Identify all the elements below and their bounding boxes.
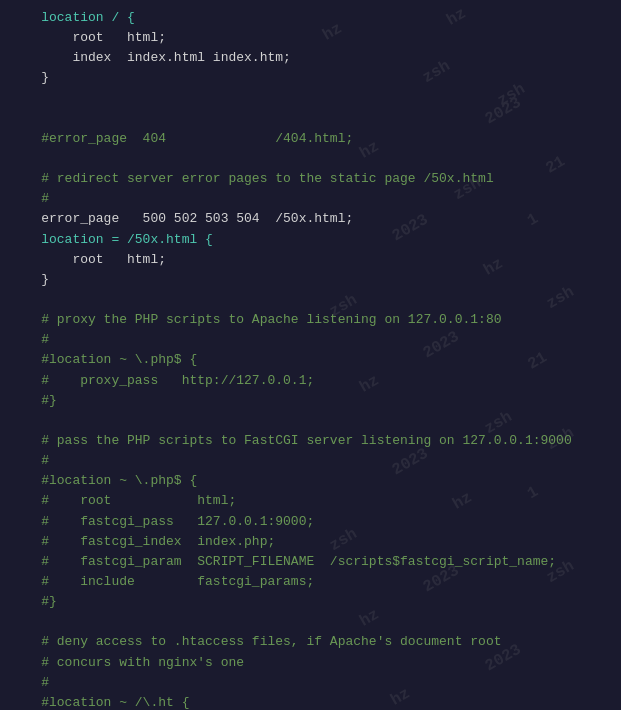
code-line: index index.html index.htm;: [10, 48, 611, 68]
code-line: location / {: [10, 8, 611, 28]
code-line: #location ~ \.php$ {: [10, 471, 611, 491]
code-line: [10, 89, 611, 109]
code-line: #location ~ \.php$ {: [10, 350, 611, 370]
code-line: }: [10, 270, 611, 290]
code-line: # deny access to .htaccess files, if Apa…: [10, 632, 611, 652]
code-line: # concurs with nginx's one: [10, 653, 611, 673]
code-line: [10, 109, 611, 129]
code-line: location = /50x.html {: [10, 230, 611, 250]
code-line: [10, 290, 611, 310]
code-line: #}: [10, 391, 611, 411]
code-line: # fastcgi_pass 127.0.0.1:9000;: [10, 512, 611, 532]
code-line: [10, 411, 611, 431]
code-line: [10, 149, 611, 169]
code-line: #: [10, 330, 611, 350]
code-line: # redirect server error pages to the sta…: [10, 169, 611, 189]
code-viewer: hzhzzsh2023hzzsh2023hzzsh2023hzzsh2023hz…: [0, 0, 621, 710]
code-line: [10, 612, 611, 632]
code-line: root html;: [10, 250, 611, 270]
code-line: # fastcgi_param SCRIPT_FILENAME /scripts…: [10, 552, 611, 572]
code-block: location / { root html; index index.html…: [10, 8, 611, 710]
code-line: #location ~ /\.ht {: [10, 693, 611, 710]
code-line: #: [10, 451, 611, 471]
code-line: # proxy_pass http://127.0.0.1;: [10, 371, 611, 391]
code-line: }: [10, 68, 611, 88]
code-line: root html;: [10, 28, 611, 48]
code-line: # pass the PHP scripts to FastCGI server…: [10, 431, 611, 451]
code-line: #: [10, 673, 611, 693]
code-line: #error_page 404 /404.html;: [10, 129, 611, 149]
code-line: # proxy the PHP scripts to Apache listen…: [10, 310, 611, 330]
code-line: #: [10, 189, 611, 209]
code-line: #}: [10, 592, 611, 612]
code-line: # fastcgi_index index.php;: [10, 532, 611, 552]
code-line: # include fastcgi_params;: [10, 572, 611, 592]
code-line: # root html;: [10, 491, 611, 511]
code-line: error_page 500 502 503 504 /50x.html;: [10, 209, 611, 229]
